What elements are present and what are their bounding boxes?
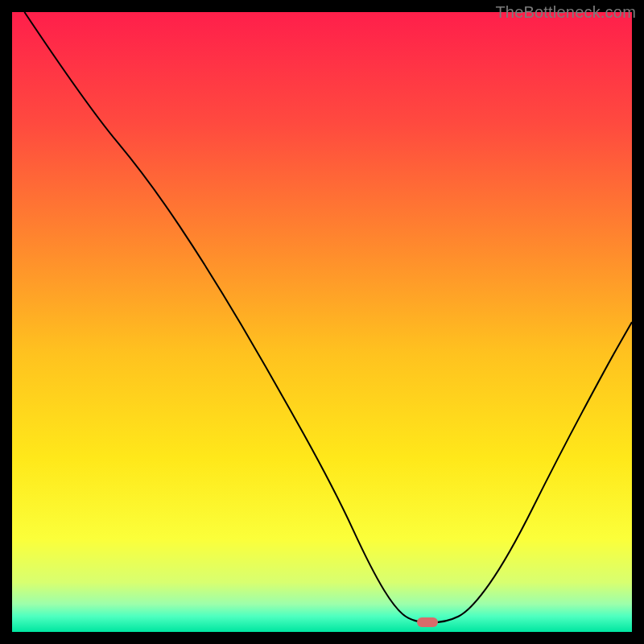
watermark-text: TheBottleneck.com (495, 3, 636, 22)
curve-layer (12, 12, 632, 632)
plot-area (12, 12, 632, 632)
optimal-marker (417, 617, 438, 627)
chart-frame: TheBottleneck.com (0, 0, 644, 644)
bottleneck-curve (24, 12, 632, 622)
